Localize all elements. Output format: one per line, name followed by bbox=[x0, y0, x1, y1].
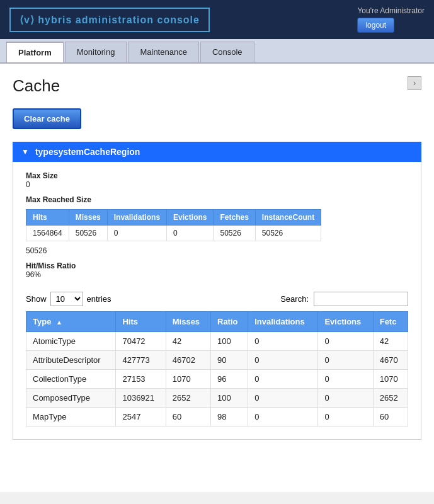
table-controls: Show 10 25 50 100 entries Search: bbox=[26, 292, 408, 306]
stats-table: Hits Misses Invalidations Evictions Fetc… bbox=[26, 209, 321, 241]
table-row: CollectionType27153107096001070 bbox=[26, 370, 408, 389]
stats-col-hits: Hits bbox=[26, 210, 69, 226]
stats-evictions: 0 bbox=[167, 226, 214, 241]
header: ⟨v⟩ hybris administration console You're… bbox=[0, 0, 434, 39]
sidebar-toggle-button[interactable]: › bbox=[408, 76, 421, 90]
nav-bar: Platform Monitoring Maintenance Console bbox=[0, 39, 434, 64]
max-reached-value: 50526 bbox=[26, 246, 408, 255]
stats-col-evictions: Evictions bbox=[167, 210, 214, 226]
logo-text: ⟨v⟩ hybris administration console bbox=[20, 14, 200, 25]
data-table: Type ▲ Hits Misses Ratio Invalidations E… bbox=[26, 311, 408, 427]
page-title: Cache bbox=[13, 76, 60, 96]
stats-fetches: 50526 bbox=[214, 226, 255, 241]
user-area: You're Administrator logout bbox=[357, 6, 425, 33]
nav-item-platform[interactable]: Platform bbox=[6, 42, 64, 62]
hit-miss-label: Hit/Miss Ratio bbox=[26, 261, 408, 270]
search-area: Search: bbox=[280, 292, 408, 306]
stats-hits: 1564864 bbox=[26, 226, 69, 241]
col-fetc[interactable]: Fetc bbox=[373, 312, 408, 332]
entries-select[interactable]: 10 25 50 100 bbox=[50, 292, 83, 306]
stats-col-misses: Misses bbox=[69, 210, 107, 226]
nav-item-monitoring[interactable]: Monitoring bbox=[65, 42, 127, 62]
hit-miss-row: Hit/Miss Ratio 96% bbox=[26, 261, 408, 279]
stats-invalidations: 0 bbox=[107, 226, 166, 241]
main-content: Cache › Clear cache ▼ typesystemCacheReg… bbox=[0, 64, 434, 492]
stats-col-fetches: Fetches bbox=[214, 210, 255, 226]
hit-miss-value: 96% bbox=[26, 270, 408, 279]
entries-label: entries bbox=[87, 294, 111, 304]
clear-cache-button[interactable]: Clear cache bbox=[13, 108, 81, 129]
nav-item-maintenance[interactable]: Maintenance bbox=[128, 42, 198, 62]
max-size-value: 0 bbox=[26, 180, 408, 189]
nav-item-console[interactable]: Console bbox=[200, 42, 254, 62]
logout-button[interactable]: logout bbox=[357, 18, 394, 33]
stats-data-row: 1564864 50526 0 0 50526 50526 bbox=[26, 226, 321, 241]
col-evictions[interactable]: Evictions bbox=[318, 312, 373, 332]
region-body: Max Size 0 Max Reached Size Hits Misses … bbox=[13, 162, 421, 440]
max-size-row: Max Size 0 bbox=[26, 171, 408, 189]
stats-misses: 50526 bbox=[69, 226, 107, 241]
max-reached-label: Max Reached Size bbox=[26, 195, 408, 204]
show-entries-area: Show 10 25 50 100 entries bbox=[26, 292, 111, 306]
cache-region-name: typesystemCacheRegion bbox=[35, 147, 140, 157]
collapse-arrow-icon[interactable]: ▼ bbox=[21, 147, 29, 156]
cache-region-section: ▼ typesystemCacheRegion Max Size 0 Max R… bbox=[13, 142, 421, 440]
table-row: MapType254760980060 bbox=[26, 408, 408, 427]
search-label: Search: bbox=[280, 294, 309, 304]
app-logo: ⟨v⟩ hybris administration console bbox=[9, 8, 210, 32]
table-row: AttributeDescriptor4277734670290004670 bbox=[26, 351, 408, 370]
col-ratio[interactable]: Ratio bbox=[211, 312, 248, 332]
stats-col-instancecount: InstanceCount bbox=[255, 210, 321, 226]
stats-instancecount: 50526 bbox=[255, 226, 321, 241]
user-label: You're Administrator bbox=[357, 6, 425, 15]
col-misses[interactable]: Misses bbox=[166, 312, 210, 332]
sort-type-icon: ▲ bbox=[56, 319, 62, 326]
cache-region-header: ▼ typesystemCacheRegion bbox=[13, 142, 421, 162]
col-type[interactable]: Type ▲ bbox=[26, 312, 116, 332]
search-input[interactable] bbox=[314, 292, 408, 306]
show-label: Show bbox=[26, 294, 47, 304]
table-row: AtomicType70472421000042 bbox=[26, 332, 408, 351]
table-row: ComposedType10369212652100002652 bbox=[26, 389, 408, 408]
stats-col-invalidations: Invalidations bbox=[107, 210, 166, 226]
max-reached-row: Max Reached Size Hits Misses Invalidatio… bbox=[26, 195, 408, 255]
col-hits[interactable]: Hits bbox=[116, 312, 166, 332]
col-invalidations[interactable]: Invalidations bbox=[248, 312, 318, 332]
max-size-label: Max Size bbox=[26, 171, 408, 180]
